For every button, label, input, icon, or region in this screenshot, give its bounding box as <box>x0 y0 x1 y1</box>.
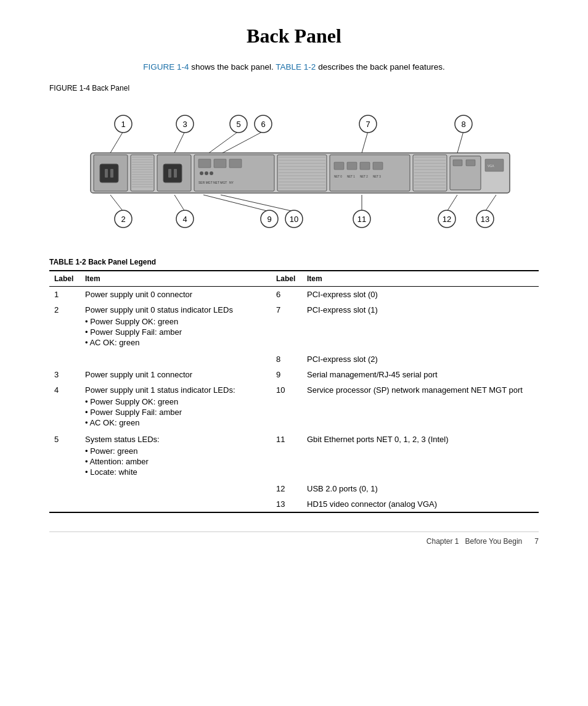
svg-text:12: 12 <box>443 215 451 224</box>
label1 <box>49 351 80 367</box>
svg-rect-3 <box>105 169 108 178</box>
svg-text:2: 2 <box>121 215 125 224</box>
label1: 3 <box>49 367 80 382</box>
item1: Power supply unit 1 connector <box>80 367 271 382</box>
svg-rect-5 <box>131 155 154 191</box>
bullet-list: Power Supply OK: green Power Supply Fail… <box>85 397 266 427</box>
svg-text:11: 11 <box>357 215 366 224</box>
col-header-label1: Label <box>49 271 80 287</box>
label1 <box>49 496 80 512</box>
svg-line-89 <box>110 195 123 211</box>
item2: PCI-express slot (0) <box>302 287 539 303</box>
table-row: 3 Power supply unit 1 connector 9 Serial… <box>49 367 539 382</box>
svg-rect-21 <box>168 169 171 178</box>
svg-text:NET 3: NET 3 <box>373 175 381 178</box>
svg-line-86 <box>457 131 463 153</box>
table-row: 8 PCI-express slot (2) <box>49 351 539 367</box>
bullet-list: Power: green Attention: amber Locate: wh… <box>85 446 266 477</box>
svg-line-107 <box>485 195 496 211</box>
svg-text:6: 6 <box>261 120 265 129</box>
item2: HD15 video connector (analog VGA) <box>302 496 539 512</box>
figure-caption: FIGURE 1-4 Back Panel <box>49 84 539 92</box>
label2: 7 <box>271 302 302 351</box>
col-header-item1: Item <box>80 271 271 287</box>
item2: Gbit Ethernet ports NET 0, 1, 2, 3 (Inte… <box>302 432 539 481</box>
table-caption: TABLE 1-2 Back Panel Legend <box>49 258 539 266</box>
svg-text:9: 9 <box>267 215 271 224</box>
svg-rect-67 <box>453 160 462 166</box>
svg-point-29 <box>210 171 213 175</box>
bullet-list: Power Supply OK: green Power Supply Fail… <box>85 317 266 347</box>
svg-line-83 <box>362 131 368 153</box>
item1 <box>80 481 271 496</box>
label1: 2 <box>49 302 80 351</box>
label1: 4 <box>49 382 80 432</box>
svg-text:NET MGT: NET MGT <box>213 181 227 184</box>
item1: Power supply unit 0 status indicator LED… <box>80 302 271 351</box>
svg-rect-20 <box>163 164 182 183</box>
item2: PCI-express slot (1) <box>302 302 539 351</box>
label2: 10 <box>271 382 302 432</box>
svg-text:3: 3 <box>182 120 187 129</box>
col-header-label2: Label <box>271 271 302 287</box>
svg-rect-68 <box>466 160 475 166</box>
svg-text:13: 13 <box>481 215 489 224</box>
item1: System status LEDs: Power: green Attenti… <box>80 432 271 481</box>
label1: 1 <box>49 287 80 303</box>
svg-rect-2 <box>100 164 118 183</box>
item1: Power supply unit 0 connector <box>80 287 271 303</box>
svg-text:SER MGT: SER MGT <box>198 181 213 184</box>
svg-line-95 <box>203 195 269 211</box>
label2: 8 <box>271 351 302 367</box>
svg-rect-46 <box>334 162 344 170</box>
item2: Service processor (SP) network managemen… <box>302 382 539 432</box>
table-row: 12 USB 2.0 ports (0, 1) <box>49 481 539 496</box>
svg-text:1: 1 <box>121 120 125 129</box>
table-link[interactable]: TABLE 1-2 <box>276 62 316 72</box>
svg-line-92 <box>174 195 185 211</box>
svg-rect-22 <box>174 169 177 178</box>
table-row: 5 System status LEDs: Power: green Atten… <box>49 432 539 481</box>
svg-point-27 <box>200 171 203 175</box>
svg-text:VGA: VGA <box>488 164 494 168</box>
table-row: 4 Power supply unit 1 status indicator L… <box>49 382 539 432</box>
page-title: Back Panel <box>49 25 539 47</box>
svg-rect-45 <box>330 155 410 191</box>
svg-rect-4 <box>110 169 113 178</box>
footer-chapter: Chapter 1 <box>427 537 459 546</box>
svg-line-71 <box>110 131 123 153</box>
svg-rect-49 <box>373 162 383 170</box>
item1 <box>80 496 271 512</box>
svg-rect-24 <box>198 159 211 168</box>
svg-text:4: 4 <box>182 215 187 224</box>
svg-rect-25 <box>214 159 226 168</box>
table-row: 2 Power supply unit 0 status indicator L… <box>49 302 539 351</box>
diagram-svg: SER MGT NET MGT NY NET 0 NET 1 <box>54 97 534 239</box>
label2: 12 <box>271 481 302 496</box>
label2: 9 <box>271 367 302 382</box>
svg-text:NY: NY <box>229 181 234 184</box>
back-panel-diagram: SER MGT NET MGT NY NET 0 NET 1 <box>49 97 539 239</box>
item1: Power supply unit 1 status indicator LED… <box>80 382 271 432</box>
table-header-row: Label Item Label Item <box>49 271 539 287</box>
svg-text:5: 5 <box>236 120 240 129</box>
label2: 11 <box>271 432 302 481</box>
svg-line-98 <box>221 195 294 211</box>
label1 <box>49 481 80 496</box>
svg-line-80 <box>223 131 263 153</box>
table-row: 1 Power supply unit 0 connector 6 PCI-ex… <box>49 287 539 303</box>
svg-line-104 <box>447 195 457 211</box>
svg-rect-26 <box>229 159 242 168</box>
figure-link[interactable]: FIGURE 1-4 <box>143 62 189 72</box>
label1: 5 <box>49 432 80 481</box>
svg-text:NET 2: NET 2 <box>360 175 368 178</box>
svg-point-28 <box>205 171 208 175</box>
col-header-item2: Item <box>302 271 539 287</box>
item2: PCI-express slot (2) <box>302 351 539 367</box>
svg-text:NET 1: NET 1 <box>347 175 355 178</box>
item1 <box>80 351 271 367</box>
footer-page-number: 7 <box>534 537 539 546</box>
back-panel-table: Label Item Label Item 1 Power supply uni… <box>49 270 539 513</box>
svg-line-74 <box>174 131 185 153</box>
item2: USB 2.0 ports (0, 1) <box>302 481 539 496</box>
